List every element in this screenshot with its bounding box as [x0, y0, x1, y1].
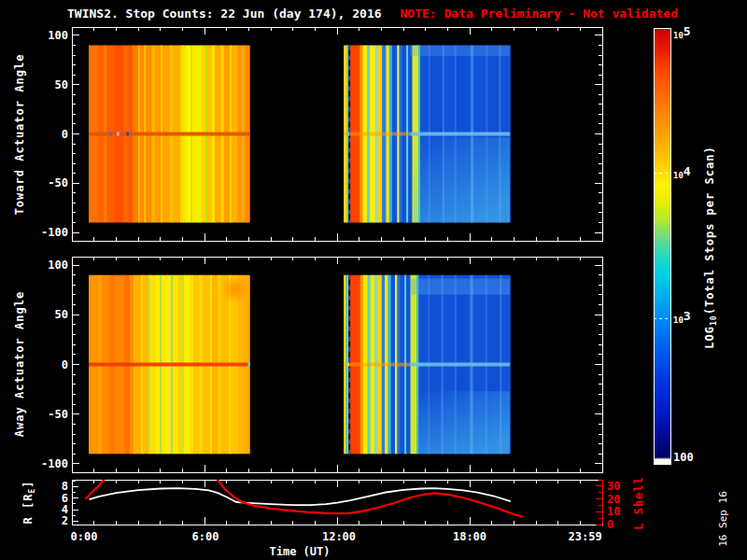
colorbar-tick-exponent: 4 — [684, 164, 691, 178]
colorbar-tick-exponent: 3 — [684, 309, 691, 323]
colorbar-tick-label: 104 — [673, 165, 691, 182]
y-tick-label: 50 — [31, 78, 68, 91]
x-tick-label: 6:00 — [192, 530, 219, 543]
plot-window: TWINS2. Stop Counts: 22 Jun (day 174), 2… — [0, 0, 747, 560]
y-tick-label: 50 — [31, 308, 68, 321]
away-axis-label: Away Actuator Angle — [13, 291, 26, 437]
orbit-curves — [86, 479, 523, 517]
colorbar-tick-base: 10 — [673, 315, 684, 325]
spectro-block — [344, 275, 511, 455]
colorbar-axis-label: LOG10(Total Stops per Scan) — [703, 146, 718, 348]
y-tick-label: 0 — [31, 358, 68, 371]
r-curve — [90, 488, 511, 505]
x-tick-label: 12:00 — [322, 530, 356, 543]
y-tick-label: -100 — [31, 226, 68, 239]
lshell-axis — [596, 480, 602, 525]
y-tick-label: -50 — [31, 408, 68, 421]
x-tick-label: 23:59 — [569, 530, 602, 543]
spectro-block — [89, 275, 250, 455]
y-tick-label: 0 — [31, 128, 68, 141]
plot-title-main: TWINS2. Stop Counts: 22 Jun (day 174), 2… — [67, 7, 382, 21]
colorbar-tick-label: 103 — [673, 310, 691, 327]
colorbar-label-post: (Total Stops per Scan) — [703, 146, 716, 315]
toward-axis-label: Toward Actuator Angle — [13, 54, 26, 216]
colorbar-tick-exponent: 5 — [684, 24, 691, 38]
time-axis-label: Time (UT) — [0, 545, 674, 558]
lshell-tick-label: 0 — [607, 518, 613, 531]
r-tick-label: 2 — [31, 514, 68, 527]
colorbar — [654, 28, 670, 464]
y-tick-label: -50 — [31, 176, 68, 189]
x-tick-label: 18:00 — [453, 530, 486, 543]
x-tick-label: 0:00 — [71, 530, 98, 543]
colorbar-label-sub: 10 — [710, 315, 718, 326]
colorbar-tick-label: 100 — [673, 451, 694, 464]
lshell-tick-label: 10 — [607, 505, 620, 518]
colorbar-tick-base: 10 — [673, 31, 684, 40]
y-tick-label: -100 — [31, 457, 68, 470]
lshell-tick-label: 20 — [607, 493, 620, 506]
lshell-curve — [217, 479, 523, 517]
spectro-block — [89, 46, 250, 223]
spectro-block — [344, 46, 511, 223]
y-tick-label: 100 — [31, 29, 68, 42]
colorbar-label-pre: LOG — [703, 326, 716, 349]
plot-title: TWINS2. Stop Counts: 22 Jun (day 174), 2… — [67, 7, 678, 21]
y-tick-label: 100 — [31, 259, 68, 272]
lshell-axis-label: L Shell — [632, 476, 645, 530]
colorbar-tick-base: 10 — [673, 171, 684, 180]
time-axis-label-text: Time (UT) — [269, 545, 330, 558]
colorbar-tick-label: 105 — [673, 25, 691, 42]
date-stamp: 16 Sep 16 — [717, 491, 729, 547]
lshell-tick-label: 30 — [607, 480, 620, 493]
plot-title-note: NOTE: Data Preliminary - Not validated — [401, 7, 678, 21]
